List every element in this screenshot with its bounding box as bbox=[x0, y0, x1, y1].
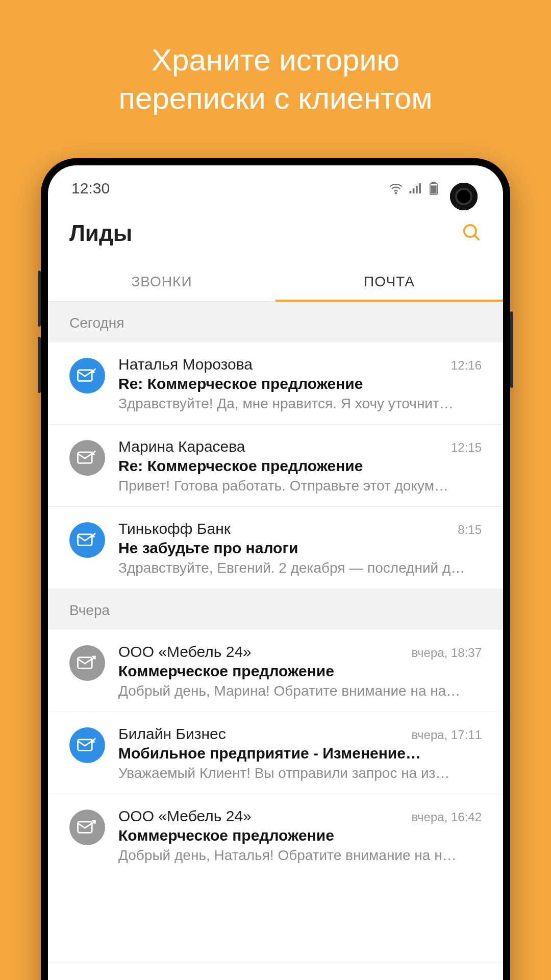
bottom-nav bbox=[48, 963, 503, 980]
tab-calls[interactable]: ЗВОНКИ bbox=[48, 260, 276, 301]
mail-in-icon bbox=[77, 366, 97, 385]
mail-avatar bbox=[69, 358, 105, 394]
mail-subject: Re: Коммерческое предложение bbox=[118, 375, 482, 393]
power-button bbox=[510, 311, 513, 388]
mail-in-icon bbox=[77, 449, 97, 467]
tab-calls-label: ЗВОНКИ bbox=[131, 274, 192, 289]
mail-preview: Добрый день, Наталья! Обратите внимание … bbox=[118, 847, 482, 864]
mail-avatar bbox=[69, 645, 105, 681]
status-time: 12:30 bbox=[71, 180, 110, 197]
mail-preview: Добрый день, Марина! Обратите внимание н… bbox=[118, 683, 482, 699]
mail-subject: Мобильное предприятие - Изменение… bbox=[118, 745, 482, 762]
volume-up-button bbox=[38, 271, 41, 327]
mail-body: ООО «Мебель 24» вчера, 16:42 Коммерческо… bbox=[118, 807, 482, 864]
promo-title: Храните историю переписки с клиентом bbox=[0, 0, 551, 148]
tab-mail[interactable]: ПОЧТА bbox=[276, 260, 503, 301]
section-header: Сегодня bbox=[48, 302, 503, 342]
svg-rect-4 bbox=[419, 183, 421, 193]
mail-subject: Re: Коммерческое предложение bbox=[118, 457, 482, 475]
mail-subject: Коммерческое предложение bbox=[118, 827, 482, 844]
page-title: Лиды bbox=[69, 220, 132, 246]
mail-item[interactable]: ООО «Мебель 24» вчера, 18:37 Коммерческо… bbox=[48, 630, 503, 712]
svg-rect-2 bbox=[413, 188, 415, 193]
mail-sender: ООО «Мебель 24» bbox=[118, 807, 252, 825]
svg-point-0 bbox=[395, 192, 396, 193]
mail-time: вчера, 16:42 bbox=[411, 810, 482, 824]
mail-in-icon bbox=[77, 531, 97, 549]
mail-avatar bbox=[69, 440, 105, 476]
search-button[interactable] bbox=[461, 222, 482, 244]
mail-preview: Здравствуйте! Да, мне нравится. Я хочу у… bbox=[118, 396, 482, 412]
tab-mail-label: ПОЧТА bbox=[364, 274, 415, 289]
phone-frame: 12:30 bbox=[41, 158, 510, 980]
mail-body: Наталья Морозова 12:16 Re: Коммерческое … bbox=[118, 356, 482, 412]
mail-in-icon bbox=[77, 736, 97, 754]
wifi-icon bbox=[389, 183, 403, 194]
status-bar: 12:30 bbox=[48, 165, 503, 211]
promo-line2: переписки с клиентом bbox=[118, 81, 432, 115]
mail-preview: Привет! Готова работать. Отправьте этот … bbox=[118, 478, 482, 494]
promo-line1: Храните историю bbox=[152, 43, 399, 77]
app-header: Лиды bbox=[48, 211, 503, 260]
mail-sender: Билайн Бизнес bbox=[118, 725, 226, 743]
mail-avatar bbox=[69, 810, 105, 845]
mail-item[interactable]: Тинькофф Банк 8:15 Не забудьте про налог… bbox=[48, 507, 503, 589]
svg-rect-7 bbox=[431, 186, 436, 193]
search-icon bbox=[461, 235, 482, 244]
mail-item[interactable]: ООО «Мебель 24» вчера, 16:42 Коммерческо… bbox=[48, 794, 503, 876]
front-camera bbox=[450, 183, 478, 210]
mail-out-icon bbox=[77, 818, 97, 837]
mail-time: 12:15 bbox=[451, 440, 482, 455]
signal-icon bbox=[409, 183, 422, 193]
mail-preview: Здравствуйте, Евгений. 2 декабря — после… bbox=[118, 560, 482, 576]
mail-avatar bbox=[69, 522, 105, 558]
mail-time: вчера, 18:37 bbox=[411, 646, 482, 660]
mail-avatar bbox=[69, 727, 105, 763]
svg-rect-6 bbox=[432, 182, 435, 184]
mail-item[interactable]: Марина Карасева 12:15 Re: Коммерческое п… bbox=[48, 425, 503, 507]
mail-body: ООО «Мебель 24» вчера, 18:37 Коммерческо… bbox=[118, 643, 482, 699]
mail-list[interactable]: Сегодня Наталья Морозова 12:16 Re: Комме… bbox=[48, 302, 503, 963]
mail-time: вчера, 17:11 bbox=[411, 728, 482, 742]
volume-down-button bbox=[38, 337, 41, 393]
svg-rect-1 bbox=[410, 191, 412, 193]
svg-line-9 bbox=[474, 235, 479, 239]
phone-screen: 12:30 bbox=[48, 165, 503, 980]
mail-body: Марина Карасева 12:15 Re: Коммерческое п… bbox=[118, 438, 482, 494]
mail-body: Билайн Бизнес вчера, 17:11 Мобильное пре… bbox=[118, 725, 482, 781]
svg-rect-3 bbox=[416, 186, 418, 193]
mail-subject: Коммерческое предложение bbox=[118, 663, 482, 680]
mail-sender: Тинькофф Банк bbox=[118, 520, 231, 537]
mail-time: 12:16 bbox=[451, 358, 482, 373]
battery-icon bbox=[429, 182, 439, 195]
mail-out-icon bbox=[77, 654, 97, 672]
mail-item[interactable]: Билайн Бизнес вчера, 17:11 Мобильное пре… bbox=[48, 712, 503, 794]
mail-item[interactable]: Наталья Морозова 12:16 Re: Коммерческое … bbox=[48, 342, 503, 425]
mail-sender: Наталья Морозова bbox=[118, 356, 253, 373]
mail-subject: Не забудьте про налоги bbox=[118, 540, 482, 557]
section-header: Вчера bbox=[48, 589, 503, 630]
mail-sender: ООО «Мебель 24» bbox=[118, 643, 252, 660]
mail-time: 8:15 bbox=[458, 523, 482, 537]
tabs: ЗВОНКИ ПОЧТА bbox=[48, 260, 503, 302]
mail-sender: Марина Карасева bbox=[118, 438, 245, 455]
mail-preview: Уважаемый Клиент! Вы отправили запрос на… bbox=[118, 765, 482, 781]
mail-body: Тинькофф Банк 8:15 Не забудьте про налог… bbox=[118, 520, 482, 576]
